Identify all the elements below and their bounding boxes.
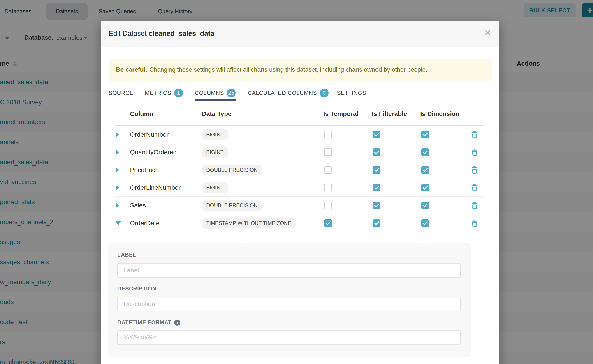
- is-dimension-checkbox[interactable]: [421, 148, 429, 156]
- is-dimension-checkbox[interactable]: [421, 184, 429, 191]
- column-name: Sales: [130, 202, 146, 209]
- close-icon[interactable]: ✕: [484, 29, 491, 37]
- data-type-pill: BIGINT: [202, 147, 228, 158]
- delete-column-icon[interactable]: [471, 166, 478, 174]
- column-row-OrderDate: OrderDateTIMESTAMP WITHOUT TIME ZONE: [115, 214, 484, 232]
- modal-title: Edit Dataset cleaned_sales_data: [109, 30, 214, 38]
- warning-banner: Be careful.Changing these settings will …: [109, 59, 492, 80]
- expand-caret-icon[interactable]: [116, 185, 119, 190]
- column-row-OrderLineNumber: OrderLineNumberBIGINT: [115, 179, 484, 197]
- caret-right-icon: [116, 185, 119, 190]
- expand-caret-icon[interactable]: [116, 132, 119, 137]
- tab-calculated-columns[interactable]: CALCULATED COLUMNS0: [248, 86, 329, 100]
- tab-count-badge: 25: [227, 89, 236, 98]
- is-filterable-checkbox[interactable]: [373, 202, 381, 209]
- modal-title-dataset-name: cleaned_sales_data: [149, 30, 214, 38]
- columns-table-header-is-temporal: Is Temporal: [323, 110, 358, 117]
- column-row-Sales: SalesDOUBLE PRECISION: [115, 196, 484, 214]
- data-type-pill: BIGINT: [202, 129, 228, 140]
- is-filterable-checkbox[interactable]: [373, 148, 381, 156]
- data-type-pill: DOUBLE PRECISION: [202, 165, 262, 175]
- edit-dataset-modal: Edit Dataset cleaned_sales_data ✕ Be car…: [101, 21, 499, 364]
- modal-header: Edit Dataset cleaned_sales_data ✕: [101, 21, 499, 47]
- tab-count-badge: 1: [174, 89, 183, 98]
- data-type-pill: BIGINT: [202, 182, 228, 193]
- caret-right-icon: [116, 167, 119, 173]
- column-name: QuantityOrdered: [130, 149, 177, 156]
- column-name: PriceEach: [130, 166, 159, 174]
- caret-down-icon: [116, 221, 121, 225]
- info-icon[interactable]: i: [174, 319, 180, 326]
- is-filterable-checkbox[interactable]: [373, 166, 381, 174]
- label-field-label: LABEL: [117, 252, 136, 258]
- caret-right-icon: [116, 132, 119, 137]
- data-type-pill: TIMESTAMP WITHOUT TIME ZONE: [202, 218, 296, 228]
- column-detail-panel: LABEL DESCRIPTION DATETIME FORMATi: [108, 243, 471, 358]
- delete-column-icon[interactable]: [471, 220, 478, 227]
- tab-metrics[interactable]: METRICS1: [145, 86, 183, 100]
- caret-right-icon: [116, 150, 119, 155]
- is-temporal-checkbox[interactable]: [324, 220, 332, 227]
- is-temporal-checkbox[interactable]: [324, 184, 332, 191]
- tab-label: COLUMNS: [195, 90, 224, 96]
- delete-column-icon[interactable]: [471, 202, 478, 209]
- column-name: OrderDate: [130, 220, 159, 227]
- delete-column-icon[interactable]: [471, 131, 478, 138]
- is-dimension-checkbox[interactable]: [421, 202, 429, 209]
- columns-table-header-data-type: Data Type: [202, 110, 231, 117]
- is-filterable-checkbox[interactable]: [373, 131, 381, 138]
- column-row-PriceEach: PriceEachDOUBLE PRECISION: [115, 161, 484, 179]
- column-row-OrderNumber: OrderNumberBIGINT: [115, 126, 484, 143]
- warning-banner-bold: Be careful.: [116, 66, 147, 73]
- tab-source[interactable]: SOURCE: [109, 86, 134, 100]
- data-type-pill: DOUBLE PRECISION: [202, 200, 262, 211]
- tab-columns[interactable]: COLUMNS25: [195, 86, 236, 100]
- is-temporal-checkbox[interactable]: [324, 148, 332, 156]
- datetime-format-input[interactable]: [117, 330, 461, 344]
- is-dimension-checkbox[interactable]: [421, 166, 429, 174]
- columns-table-header-column: Column: [130, 110, 153, 117]
- is-dimension-checkbox[interactable]: [421, 220, 429, 227]
- is-filterable-checkbox[interactable]: [373, 184, 381, 191]
- caret-right-icon: [116, 203, 119, 208]
- description-field-label: DESCRIPTION: [117, 286, 156, 292]
- tab-label: SOURCE: [109, 90, 134, 96]
- expand-caret-icon[interactable]: [116, 203, 119, 208]
- datetime-format-label-text: DATETIME FORMAT: [117, 319, 171, 326]
- tab-label: SETTINGS: [337, 90, 366, 96]
- description-input[interactable]: [117, 297, 461, 311]
- delete-column-icon[interactable]: [471, 184, 478, 191]
- warning-banner-text: Changing these settings will affect all …: [149, 66, 427, 73]
- is-temporal-checkbox[interactable]: [324, 202, 332, 209]
- collapse-caret-icon[interactable]: [116, 221, 121, 225]
- columns-table-header-is-dimension: Is Dimension: [420, 110, 459, 117]
- tab-settings[interactable]: SETTINGS: [337, 86, 366, 100]
- is-temporal-checkbox[interactable]: [324, 131, 332, 138]
- is-temporal-checkbox[interactable]: [324, 166, 332, 174]
- modal-tabs: SOURCEMETRICS1COLUMNS25CALCULATED COLUMN…: [109, 86, 492, 100]
- is-filterable-checkbox[interactable]: [373, 220, 381, 227]
- expand-caret-icon[interactable]: [116, 150, 119, 155]
- is-dimension-checkbox[interactable]: [421, 131, 429, 138]
- label-input[interactable]: [117, 263, 461, 278]
- column-name: OrderNumber: [130, 131, 169, 138]
- column-row-QuantityOrdered: QuantityOrderedBIGINT: [115, 143, 484, 161]
- modal-title-prefix: Edit Dataset: [109, 30, 147, 38]
- tab-label: METRICS: [145, 90, 171, 96]
- column-name: OrderLineNumber: [130, 184, 180, 191]
- datetime-format-field-label: DATETIME FORMATi: [117, 319, 180, 326]
- expand-caret-icon[interactable]: [116, 167, 119, 173]
- columns-table-header-is-filterable: Is Filterable: [372, 110, 407, 117]
- tab-count-badge: 0: [320, 89, 329, 98]
- delete-column-icon[interactable]: [471, 149, 478, 156]
- tab-label: CALCULATED COLUMNS: [248, 90, 317, 96]
